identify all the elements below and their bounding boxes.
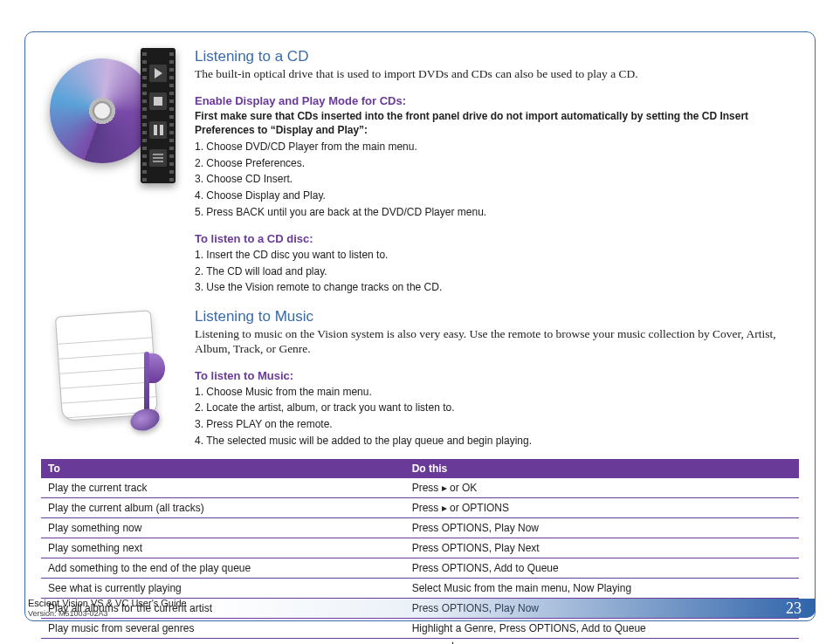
step: 4. The selected music will be added to t…	[195, 433, 799, 449]
page-number: 23	[786, 599, 802, 618]
cell: Play the current track	[41, 478, 405, 498]
cell: Play something next	[41, 538, 405, 558]
steps-listen-music: 1. Choose Music from the main menu. 2. L…	[195, 384, 799, 449]
music-note-icon	[107, 346, 169, 434]
cell: Play something now	[41, 518, 405, 538]
subhead-enable-display: Enable Display and Play Mode for CDs:	[195, 94, 799, 107]
page-frame: Listening to a CD The built-in optical d…	[24, 31, 816, 621]
step: 4. Choose Display and Play.	[195, 188, 799, 204]
th-do-this: Do this	[405, 459, 799, 478]
filmstrip-icon	[141, 48, 176, 183]
table-row: Skip to the next songPress ▸▸▏	[41, 639, 799, 644]
footer-title: Escient Vision VS & VC User's Guide	[28, 598, 187, 609]
cell: Play music from several genres	[41, 619, 405, 639]
step: 1. Choose DVD/CD Player from the main me…	[195, 139, 799, 155]
cell: Press ▸ or OK	[405, 478, 799, 498]
stop-icon	[149, 92, 167, 110]
steps-listen-cd: 1. Insert the CD disc you want to listen…	[195, 247, 799, 296]
step: 5. Press BACK until you are back at the …	[195, 204, 799, 221]
table-row: Add something to the end of the play que…	[41, 558, 799, 579]
intro-cd: The built-in optical drive that is used …	[195, 67, 799, 82]
footer-gradient: 23	[203, 599, 816, 618]
footer-version: Version: M51003-02A3	[28, 609, 187, 619]
cell: Play the current album (all tracks)	[41, 498, 405, 518]
cell: Press OPTIONS, Play Next	[405, 538, 799, 558]
step: 2. Choose Preferences.	[195, 155, 799, 172]
cell: Press ▸ or OPTIONS	[405, 498, 799, 518]
page-footer: Escient Vision VS & VC User's Guide Vers…	[24, 595, 816, 621]
step: 3. Use the Vision remote to change track…	[195, 279, 799, 296]
step: 3. Press PLAY on the remote.	[195, 416, 799, 433]
table-row: Play the current trackPress ▸ or OK	[41, 478, 799, 498]
table-row: Play music from several genresHighlight …	[41, 619, 799, 639]
th-to: To	[41, 459, 405, 478]
heading-listening-music: Listening to Music	[195, 308, 799, 325]
intro-music: Listening to music on the Vision system …	[195, 327, 799, 357]
cd-disc-icon	[50, 58, 155, 163]
subhead-listen-music: To listen to Music:	[195, 369, 799, 382]
cell: Add something to the end of the play que…	[41, 558, 405, 579]
row-listening-music: Listening to Music Listening to music on…	[25, 308, 815, 454]
heading-listening-cd: Listening to a CD	[195, 48, 799, 65]
step: 1. Insert the CD disc you want to listen…	[195, 247, 799, 264]
cell: Press OPTIONS, Add to Queue	[405, 558, 799, 579]
steps-enable-display: 1. Choose DVD/CD Player from the main me…	[195, 139, 799, 220]
pause-icon	[149, 121, 167, 139]
bold-instruction: First make sure that CDs inserted into t…	[195, 109, 799, 137]
subhead-listen-cd: To listen to a CD disc:	[195, 232, 799, 245]
step: 2. The CD will load and play.	[195, 264, 799, 280]
row-listening-cd: Listening to a CD The built-in optical d…	[25, 48, 815, 308]
play-icon	[149, 65, 167, 82]
cell: Highlight a Genre, Press OPTIONS, Add to…	[405, 619, 799, 639]
step: 2. Locate the artist, album, or track yo…	[195, 400, 799, 416]
menu-icon	[149, 149, 167, 167]
cell: Press ▸▸▏	[405, 639, 799, 644]
table-row: Play the current album (all tracks)Press…	[41, 498, 799, 518]
cell: Press OPTIONS, Play Now	[405, 518, 799, 538]
step: 1. Choose Music from the main menu.	[195, 384, 799, 401]
step: 3. Choose CD Insert.	[195, 171, 799, 188]
illustration-cd	[41, 48, 189, 308]
illustration-music	[41, 308, 189, 454]
table-row: Play something nextPress OPTIONS, Play N…	[41, 538, 799, 558]
cell: Skip to the next song	[41, 639, 405, 644]
table-row: Play something nowPress OPTIONS, Play No…	[41, 518, 799, 538]
